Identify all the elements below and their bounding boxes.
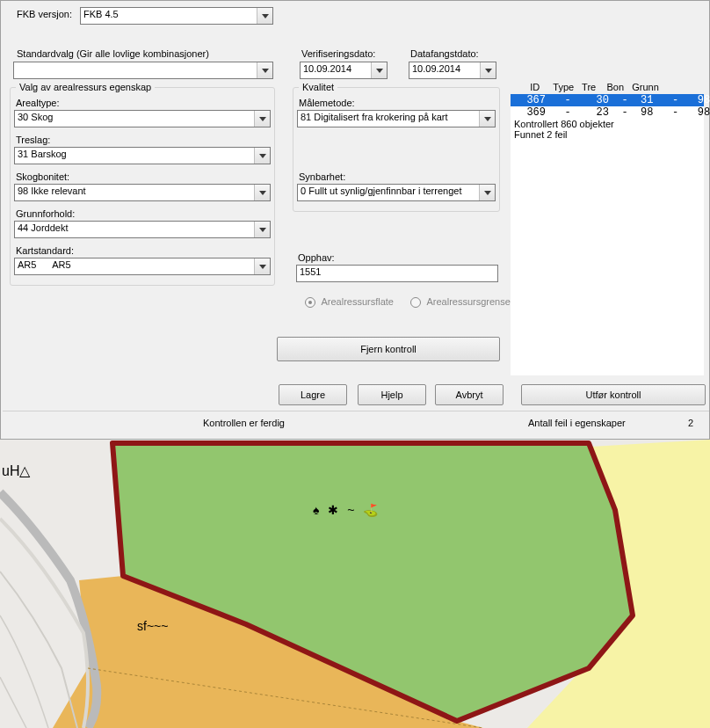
datafangstdato-combo[interactable]: 10.09.2014 [409, 62, 496, 79]
map-canvas[interactable]: uH△ ♠ ✱ ~ ⛳ sf~~~ [0, 440, 710, 728]
status-antallfeil-value: 2 [688, 418, 693, 428]
opphav-input[interactable]: 1551 [296, 265, 498, 282]
fkb-version-value: FKB 4.5 [83, 9, 119, 19]
arealtype-combo[interactable]: 30 Skog [14, 110, 271, 127]
kartstandard-value: AR5 AR5 [18, 259, 71, 270]
opphav-label: Opphav: [298, 252, 335, 263]
arealressursflate-radio: Arealressursflate [305, 296, 394, 308]
chevron-down-icon [479, 111, 495, 127]
chevron-down-icon [254, 148, 270, 164]
chevron-down-icon [479, 185, 495, 200]
verifiseringsdato-combo[interactable]: 10.09.2014 [300, 62, 388, 79]
kartstandard-combo[interactable]: AR5 AR5 [14, 258, 271, 275]
fkb-version-combo[interactable]: FKB 4.5 [80, 7, 273, 25]
malemetode-label: Målemetode: [299, 98, 355, 108]
chevron-down-icon [254, 111, 270, 127]
radio-dot-icon [305, 297, 315, 308]
chevron-down-icon [480, 62, 496, 78]
radio-dot-icon [410, 297, 421, 308]
treslag-combo[interactable]: 31 Barskog [14, 147, 271, 164]
arealtype-label: Arealtype: [16, 98, 60, 108]
malemetode-value: 81 Digitalisert fra krokering på kart [301, 112, 448, 122]
grunnforhold-label: Grunnforhold: [16, 208, 75, 219]
arealressurs-legend: Valg av arealressurs egenskap [16, 82, 155, 92]
dialog-window: FKB versjon: FKB 4.5 Standardvalg (Gir a… [0, 0, 710, 440]
grunnforhold-value: 44 Jorddekt [18, 222, 68, 233]
kartstandard-label: Kartstandard: [16, 245, 74, 256]
lagre-button[interactable]: Lagre [279, 384, 347, 405]
chevron-down-icon [371, 62, 387, 78]
datafangstdato-value: 10.09.2014 [412, 63, 460, 74]
chevron-down-icon [257, 8, 272, 24]
divider [3, 411, 709, 411]
chevron-down-icon [254, 185, 270, 200]
standardvalg-combo[interactable] [13, 62, 273, 79]
map-svg [0, 440, 710, 728]
hjelp-button[interactable]: Hjelp [358, 384, 426, 405]
synbarhet-value: 0 Fullt ut synlig/gjenfinnbar i terrenge… [301, 186, 461, 196]
results-row[interactable]: 369 - 23 - 98 - 98 - 43 [511, 106, 704, 119]
treslag-value: 31 Barskog [18, 149, 67, 159]
arealressursgrense-radio: Arealressursgrense [410, 296, 511, 308]
chevron-down-icon [257, 62, 272, 78]
malemetode-combo[interactable]: 81 Digitalisert fra krokering på kart [297, 110, 496, 127]
results-msg1: Kontrollert 860 objekter [511, 119, 704, 129]
chevron-down-icon [254, 222, 270, 237]
kvalitet-group: Kvalitet Målemetode: 81 Digitalisert fra… [293, 82, 500, 212]
avbryt-button[interactable]: Avbryt [435, 384, 504, 405]
results-list[interactable]: 367 - 30 - 31 - 98 - 44 369 - 23 - 98 - … [511, 94, 704, 375]
treslag-label: Treslag: [16, 135, 50, 145]
fkb-version-label: FKB versjon: [17, 9, 72, 19]
skogbonitet-label: Skogbonitet: [16, 171, 69, 182]
arealressurs-group: Valg av arealressurs egenskap Arealtype:… [10, 82, 275, 286]
arealressursgrense-label: Arealressursgrense [426, 296, 510, 307]
synbarhet-combo[interactable]: 0 Fullt ut synlig/gjenfinnbar i terrenge… [297, 184, 496, 201]
standardvalg-label: Standardvalg (Gir alle lovlige kombinasj… [17, 48, 209, 59]
chevron-down-icon [254, 258, 270, 274]
fjern-kontroll-button[interactable]: Fjern kontroll [277, 337, 500, 361]
skogbonitet-combo[interactable]: 98 Ikke relevant [14, 184, 271, 201]
utfor-kontroll-button[interactable]: Utfør kontroll [521, 384, 706, 405]
verifiseringsdato-value: 10.09.2014 [303, 63, 351, 74]
synbarhet-label: Synbarhet: [299, 171, 345, 182]
arealressursflate-label: Arealressursflate [321, 296, 394, 307]
arealtype-value: 30 Skog [18, 112, 53, 122]
skogbonitet-value: 98 Ikke relevant [18, 186, 86, 196]
results-row-selected[interactable]: 367 - 30 - 31 - 98 - 44 [511, 94, 704, 106]
status-kontrollen: Kontrollen er ferdig [203, 418, 285, 428]
status-antallfeil-label: Antall feil i egenskaper [528, 418, 626, 428]
list-header: ID Type Tre Bon Grunn [519, 82, 659, 92]
opphav-value: 1551 [300, 266, 321, 277]
results-msg2: Funnet 2 feil [511, 129, 704, 140]
verifiseringsdato-label: Verifiseringsdato: [301, 48, 375, 59]
grunnforhold-combo[interactable]: 44 Jorddekt [14, 221, 271, 238]
datafangstdato-label: Datafangstdato: [410, 48, 479, 59]
kvalitet-legend: Kvalitet [299, 82, 337, 92]
